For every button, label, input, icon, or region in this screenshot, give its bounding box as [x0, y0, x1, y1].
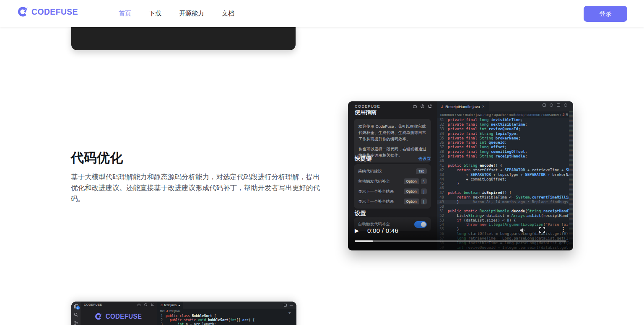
- code-text: return startOffset + SEPARATOR + retriev…: [448, 168, 569, 173]
- video-timestamp: 0:00 / 0:46: [367, 227, 398, 234]
- code-line: 40: [437, 159, 569, 163]
- codefuse-logo-icon: [17, 6, 29, 18]
- logo-wordmark: CODEFUSE: [106, 313, 142, 320]
- line-number: 48: [437, 195, 448, 200]
- shortcuts-title: 快捷键: [355, 155, 418, 162]
- ide-editor-bottom: J test.java ● — src › J test.java 1publi…: [157, 302, 296, 325]
- line-number: 1: [157, 314, 166, 318]
- line-number: 37: [437, 145, 448, 150]
- line-number: 40: [437, 159, 448, 163]
- editor-action-icons: [543, 103, 567, 107]
- editor-tab: J test.java ●: [157, 302, 183, 309]
- code-text: private final long invisibleTime;: [448, 118, 569, 122]
- volume-icon[interactable]: [519, 227, 526, 234]
- tab-close-icon: ×: [482, 104, 485, 109]
- code-line: 48 return nextVisibleTime <= System.curr…: [437, 195, 569, 200]
- code-text: private final int reviveQueueId;: [448, 127, 569, 132]
- help-icon: ?: [421, 104, 424, 108]
- briefcase-icon: [413, 104, 417, 108]
- code-line: 37private final long offset;: [437, 145, 569, 150]
- shortcuts-card: 采纳代码建议Tab主动触发代码补全Option\显示下一个补全结果Option]…: [354, 164, 431, 209]
- line-number: 53: [437, 218, 448, 223]
- line-number: 46: [437, 186, 448, 191]
- key-badge: Option: [404, 178, 419, 184]
- code-text: int n = arr.length;: [166, 322, 296, 325]
- shortcuts-header: 快捷键 去设置: [348, 155, 437, 162]
- panel-header-icons: ?: [413, 104, 432, 108]
- code-text: private final String brokerName;: [448, 136, 569, 141]
- code-text: public static ReceiptHandle decode(Strin…: [448, 209, 569, 214]
- breadcrumb-file: R: [566, 113, 568, 117]
- editor-action-icons: —: [284, 303, 293, 307]
- key-badge: ]: [421, 188, 427, 194]
- more-actions-icon: [564, 103, 567, 107]
- code-line: 46: [437, 186, 569, 191]
- settings-title: 设置: [355, 210, 366, 217]
- shortcut-row: 主动触发代码补全Option\: [358, 176, 427, 186]
- shortcut-label: 显示上一个补全结果: [358, 199, 404, 204]
- nav-item-home[interactable]: 首页: [119, 10, 131, 18]
- page: CODEFUSE 首页 下载 开源能力 文档 登录 代码优化 基于大模型代码理解…: [0, 0, 644, 325]
- line-number: 49: [437, 200, 448, 204]
- ide-codefuse-panel-bottom: CODEFUSE CODEFUSE: [80, 302, 157, 325]
- line-number: 47: [437, 191, 448, 195]
- codefuse-panel-logo: CODEFUSE: [80, 312, 157, 320]
- modified-dot-icon: ●: [178, 304, 180, 307]
- feature-paragraph: 基于大模型代码理解能力和静态源码分析能力，对选定代码段进行分析理解，提出优化和改…: [71, 171, 321, 204]
- feature-heading: 代码优化: [71, 149, 123, 167]
- line-number: 39: [437, 154, 448, 159]
- code-text: public boolean isExpired() {: [448, 191, 569, 195]
- top-nav: CODEFUSE 首页 下载 开源能力 文档 登录: [0, 0, 644, 27]
- code-line: 42 return startOffset + SEPARATOR + retr…: [437, 168, 569, 173]
- welcome-line: 欢迎使用 CodeFuse，我可以帮你完成代码补全、生成代码、生成单测等日常工作…: [358, 123, 426, 142]
- feature-video-player[interactable]: CODEFUSE ? 使用指南 欢迎使用 CodeFuse，我可以帮你完成代码补…: [348, 101, 573, 250]
- play-button[interactable]: ▶: [355, 227, 359, 234]
- code-line: 43 + SEPARATOR + topicType + SEPARATOR +…: [437, 173, 569, 177]
- code-line: 51public static ReceiptHandle decode(Str…: [437, 209, 569, 214]
- line-number: 51: [437, 209, 448, 214]
- key-badge: Tab: [416, 168, 427, 174]
- line-number: 41: [437, 163, 448, 168]
- editor-tabbar: J test.java ● —: [157, 302, 296, 309]
- hero-video-partial[interactable]: [71, 25, 296, 50]
- code-text: [448, 186, 569, 191]
- line-number: 38: [437, 150, 448, 154]
- code-text: + commitLogOffset;: [448, 177, 569, 182]
- code-line: 41public String encode() {: [437, 163, 569, 168]
- code-line: 34private final String topicType;: [437, 132, 569, 136]
- editor-tab: J ReceiptHandle.java ×: [437, 101, 489, 111]
- settings-header: 设置: [348, 209, 437, 217]
- panel-title: CODEFUSE: [355, 104, 413, 108]
- nav-item-download[interactable]: 下载: [149, 10, 161, 18]
- panel-header: CODEFUSE: [80, 302, 157, 307]
- code-text: List<String> dataList = Arrays.asList(re…: [448, 214, 569, 218]
- code-line: 47public boolean isExpired() {: [437, 191, 569, 195]
- video-progress-bar[interactable]: [355, 240, 566, 242]
- code-line: 49 } Aaron Ai, 14 months ago • Replace f…: [437, 200, 569, 204]
- source-control-icon: [74, 321, 78, 325]
- fullscreen-icon[interactable]: [539, 227, 545, 233]
- code-text: public String encode() {: [448, 163, 569, 168]
- line-number: 50: [437, 204, 448, 209]
- key-badge: \: [421, 178, 427, 184]
- nav-item-opensource[interactable]: 开源能力: [179, 10, 204, 18]
- login-button[interactable]: 登录: [584, 6, 627, 22]
- explorer-icon: 1: [74, 304, 78, 309]
- java-file-icon: J: [441, 104, 443, 109]
- panel-title: CODEFUSE: [84, 303, 138, 306]
- nav-item-docs[interactable]: 文档: [222, 10, 234, 18]
- line-number: 32: [437, 122, 448, 127]
- key-badge: [: [421, 199, 427, 204]
- codefuse-logo[interactable]: CODEFUSE: [17, 6, 82, 18]
- line-number: 44: [437, 177, 448, 182]
- code-line: 45 }: [437, 181, 569, 186]
- code-text: if (dataList.size() < 8) {: [448, 218, 569, 223]
- bottom-video-partial[interactable]: 1 CODEFUSE: [71, 302, 296, 325]
- video-controls: ▶ 0:00 / 0:46 ⋮: [348, 225, 573, 250]
- code-line: 31private final long invisibleTime;: [437, 118, 569, 122]
- code-text: private final long commitLogOffset;: [448, 150, 569, 154]
- code-text: private final long offset;: [448, 145, 569, 150]
- panel-header: CODEFUSE ?: [348, 101, 437, 111]
- code-area: 1public class BubbleSort {2 public stati…: [157, 314, 296, 325]
- kebab-menu-icon[interactable]: ⋮: [560, 226, 566, 233]
